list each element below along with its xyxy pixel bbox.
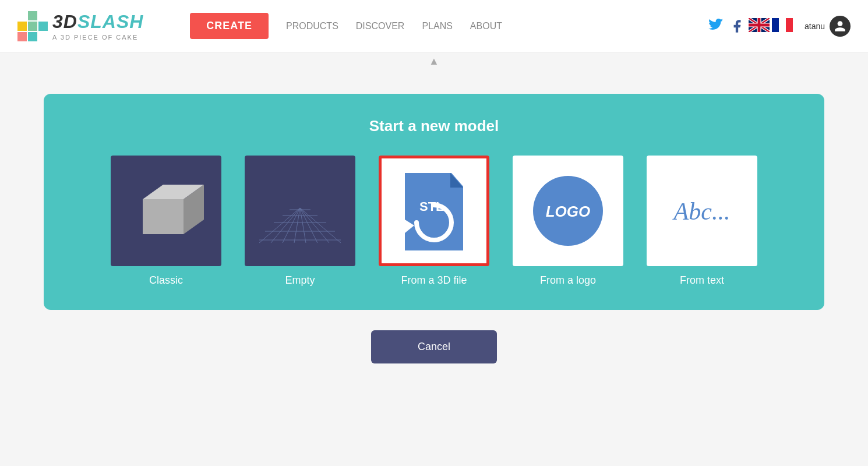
nav-plans[interactable]: PLANS: [422, 21, 452, 31]
logo-circle-icon: LOGO: [521, 164, 615, 257]
logo-icon: 3DSLASH A 3D PIECE OF CAKE: [17, 11, 143, 41]
text-abc-icon: Abc...: [655, 164, 749, 257]
chevron-up-icon: ▲: [0, 52, 868, 70]
option-from-3d-file[interactable]: STL From a 3D file: [379, 156, 489, 287]
logo-subtitle: A 3D PIECE OF CAKE: [52, 34, 143, 41]
option-classic-label: Classic: [149, 274, 183, 287]
svg-marker-10: [143, 199, 184, 234]
option-from-logo-label: From a logo: [540, 274, 596, 287]
nav-products[interactable]: PRODUCTS: [286, 21, 338, 31]
svg-rect-5: [17, 32, 27, 41]
model-options: Classic: [73, 156, 795, 287]
svg-rect-7: [772, 18, 779, 32]
option-empty[interactable]: Empty: [245, 156, 355, 287]
modal-panel: Start a new model Classic: [44, 94, 824, 310]
logo-text: 3DSLASH: [52, 11, 143, 33]
social-icons: [707, 17, 793, 36]
svg-rect-0: [17, 22, 27, 31]
svg-line-18: [259, 208, 300, 243]
header: 3DSLASH A 3D PIECE OF CAKE CREATE PRODUC…: [0, 0, 868, 52]
option-from-text-card[interactable]: Abc...: [647, 156, 757, 266]
option-from-logo-card[interactable]: LOGO: [513, 156, 623, 266]
modal-title: Start a new model: [73, 117, 795, 135]
svg-rect-2: [28, 22, 37, 31]
svg-rect-8: [779, 18, 786, 32]
option-from-logo[interactable]: LOGO From a logo: [513, 156, 623, 287]
main-content: Start a new model Classic: [0, 70, 868, 387]
logo-cross-icon: [17, 11, 48, 41]
svg-rect-9: [786, 18, 793, 32]
svg-line-25: [300, 208, 341, 243]
user-area: atanu: [805, 16, 851, 37]
option-classic-card[interactable]: [111, 156, 221, 266]
create-button[interactable]: CREATE: [190, 13, 269, 39]
classic-cube-icon: [125, 170, 207, 252]
user-name: atanu: [805, 22, 825, 31]
svg-text:Abc...: Abc...: [672, 198, 731, 225]
nav-about[interactable]: ABOUT: [470, 21, 502, 31]
facebook-icon[interactable]: [728, 17, 746, 36]
user-avatar[interactable]: [830, 16, 851, 37]
svg-text:LOGO: LOGO: [546, 203, 591, 220]
option-from-text-label: From text: [680, 274, 724, 287]
empty-grid-icon: [253, 164, 347, 257]
svg-rect-4: [28, 32, 37, 41]
stl-file-icon: STL: [387, 164, 481, 257]
nav-discover[interactable]: DISCOVER: [356, 21, 405, 31]
main-nav: CREATE PRODUCTS DISCOVER PLANS ABOUT: [190, 13, 707, 39]
uk-flag-icon[interactable]: [749, 18, 770, 34]
option-from-text[interactable]: Abc... From text: [647, 156, 757, 287]
logo-area: 3DSLASH A 3D PIECE OF CAKE: [17, 11, 143, 41]
cancel-button[interactable]: Cancel: [371, 330, 497, 363]
fr-flag-icon[interactable]: [772, 18, 793, 34]
svg-rect-3: [38, 22, 48, 31]
svg-rect-1: [28, 11, 37, 20]
option-empty-label: Empty: [285, 274, 315, 287]
option-from-3d-file-card[interactable]: STL: [379, 156, 489, 266]
option-from-3d-file-label: From a 3D file: [401, 274, 467, 287]
option-empty-card[interactable]: [245, 156, 355, 266]
option-classic[interactable]: Classic: [111, 156, 221, 287]
twitter-icon[interactable]: [707, 17, 725, 36]
header-right: atanu: [707, 16, 851, 37]
